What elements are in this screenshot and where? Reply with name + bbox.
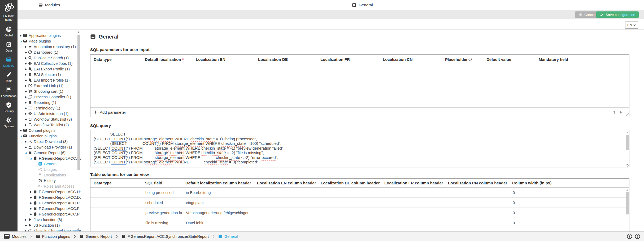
tree-scroll-down[interactable]: ▼ <box>77 227 80 231</box>
rail-item-data[interactable]: Data <box>0 41 18 52</box>
tree-expand-icon[interactable]: ▶ <box>24 224 28 227</box>
tab-general[interactable]: General <box>81 0 644 10</box>
tree-item-annotation-repository-1[interactable]: ▶Annotation repository (1) <box>18 44 81 49</box>
tree-expand-icon[interactable]: ▶ <box>24 96 28 98</box>
tree-item-js-function-1[interactable]: ▶JS Function (1) <box>18 222 81 228</box>
tree-item-dashboard-1[interactable]: ▶Dashboard (1) <box>18 49 81 55</box>
columns-scrollbar-thumb[interactable] <box>626 192 629 214</box>
tree-item-usages[interactable]: Usages <box>18 167 81 172</box>
tree-expand-icon[interactable]: ▶ <box>24 140 28 143</box>
tree-item-roles-and-access[interactable]: Roles and Access <box>18 183 81 189</box>
tree-expand-icon[interactable]: ▶ <box>24 118 28 121</box>
rail-item-modules[interactable]: Modules <box>0 57 18 67</box>
tree-expand-icon[interactable]: ▶ <box>24 45 28 48</box>
tree-item-f-genericreport-acc-do[interactable]: ▶F.GenericReport.ACC.Do... <box>18 195 81 200</box>
cancel-button[interactable]: Cancel <box>575 11 599 18</box>
tree-expand-icon[interactable]: ▶ <box>24 62 28 65</box>
table-row[interactable]: preview generation fa...Vorschaugenerier… <box>90 208 629 218</box>
tree-expand-icon[interactable]: ▶ <box>24 84 28 87</box>
tree-item-generic-report-6[interactable]: ◢Generic Report (6) <box>18 150 81 155</box>
tree-item-eai-import-profile-1[interactable]: ▶EAI Import Profile (1) <box>18 77 81 83</box>
tree-item-reporting-1[interactable]: ▶Reporting (1) <box>18 100 81 105</box>
sql-query-editor[interactable]: SELECT(SELECT COUNT(*) FROM storage_elem… <box>90 130 629 167</box>
tree-expand-icon[interactable]: ◢ <box>19 40 23 43</box>
breadcrumb-general[interactable]: General <box>218 234 238 239</box>
breadcrumb-modules[interactable]: Modules <box>3 233 27 240</box>
tree-expand-icon[interactable]: ▶ <box>24 51 28 54</box>
tree-expand-icon[interactable]: ▶ <box>29 213 33 215</box>
tree-expand-icon[interactable]: ▶ <box>24 101 28 104</box>
tree-item-eai-collective-jobs-1[interactable]: ▶EAI Collective Jobs (1) <box>18 61 81 66</box>
tree-item-workflow-statuslist-3[interactable]: ▶Workflow Statuslist (3) <box>18 116 81 122</box>
tree-item-history[interactable]: History <box>18 178 81 183</box>
tree-item-f-genericreport-acc-pl[interactable]: ▶F.GenericReport.ACC.Pl... <box>18 206 81 211</box>
tree-expand-icon[interactable]: ▶ <box>24 218 28 221</box>
tree-item-duplicate-search-1[interactable]: ▶Duplicate Search (1) <box>18 55 81 61</box>
tree-item-ui-administration-1[interactable]: ▶UI Administration (1) <box>18 111 81 116</box>
sql-scroll-up[interactable]: ▲ <box>625 131 629 134</box>
tree-expand-icon[interactable]: ▶ <box>19 129 23 132</box>
tree-expand-icon[interactable]: ◢ <box>29 157 33 160</box>
language-select[interactable]: EN <box>625 22 638 29</box>
tree-item-terminology-1[interactable]: ▶Terminology (1) <box>18 105 81 111</box>
table-row[interactable]: scheduledeingeplant0 <box>90 198 629 208</box>
tree-item-f-genericreport-acc-syn[interactable]: ◢F.GenericReport.ACC.Syn.. <box>18 155 81 161</box>
tree-item-page-plugins[interactable]: ◢Page plugins <box>18 38 81 44</box>
tree-item-external-link-11[interactable]: ▶External Link (11) <box>18 83 81 88</box>
rail-item-localization[interactable]: Localization <box>0 87 18 98</box>
tab-modules[interactable]: Modules <box>18 0 81 10</box>
tree-expand-icon[interactable]: ▶ <box>24 112 28 115</box>
tree-item-f-genericreport-acc-pl[interactable]: ▶F.GenericReport.ACC.Pl... <box>18 200 81 206</box>
tree-expand-icon[interactable]: ▶ <box>24 79 28 82</box>
tree-expand-icon[interactable]: ▶ <box>24 124 28 126</box>
tree-expand-icon[interactable]: ▶ <box>24 146 28 149</box>
tree-item-shopping-cart-1[interactable]: ▶Shopping cart (1) <box>18 88 81 94</box>
rail-item-tools[interactable]: Tools <box>0 72 18 82</box>
rail-item-system[interactable]: System <box>0 117 18 128</box>
tree-expand-icon[interactable]: ▶ <box>29 191 33 193</box>
breadcrumb-function-plugins[interactable]: Function plugins <box>36 234 70 239</box>
tree-expand-icon[interactable]: ▶ <box>24 73 28 76</box>
move-down-icon[interactable] <box>619 110 623 114</box>
tree-scroll-up[interactable]: ▲ <box>77 30 80 34</box>
tree-expand-icon[interactable]: ▶ <box>29 207 33 210</box>
breadcrumb-generic-report[interactable]: Generic Report <box>80 234 112 239</box>
rail-item-global[interactable]: Global <box>0 26 18 37</box>
rail-item-security[interactable]: Security <box>0 102 18 113</box>
move-up-icon[interactable] <box>612 110 616 114</box>
add-parameter-button[interactable]: Add parameter <box>94 110 126 115</box>
tree-expand-icon[interactable]: ◢ <box>19 134 23 137</box>
tree-item-eai-export-profile-1[interactable]: ▶EAI Export Profile (1) <box>18 66 81 72</box>
table-row[interactable]: file is missingDatei fehlt0 <box>90 218 629 228</box>
tree-item-workflow-tasklist-2[interactable]: ▶Workflow Tasklist (2) <box>18 122 81 128</box>
tree-item-java-function-8[interactable]: ▶Java function (8) <box>18 217 81 222</box>
tree-item-show-in-channel-navigation-1[interactable]: ▶Show in Channel Navigation (1 <box>18 228 81 232</box>
save-configuration-button[interactable]: Save configuration <box>596 11 639 18</box>
info-icon[interactable] <box>627 234 632 239</box>
tree-expand-icon[interactable]: ▶ <box>19 34 23 37</box>
tree-item-direct-download-3[interactable]: ▶Direct Download (3) <box>18 139 81 144</box>
tree-item-process-controller-1[interactable]: ▶Process Controller (1) <box>18 94 81 100</box>
tree-item-eai-selector-1[interactable]: ▶aEAI Selector (1) <box>18 72 81 77</box>
tree-item-download-provider-1[interactable]: ▶Download Provider (1) <box>18 144 81 150</box>
tree-item-f-genericreport-acc-pl[interactable]: ▶F.GenericReport.ACC.Pl... <box>18 211 81 217</box>
tree-expand-icon[interactable]: ▶ <box>29 196 33 199</box>
tree-item-function-plugins[interactable]: ◢Function plugins <box>18 133 81 139</box>
tree-expand-icon[interactable]: ▶ <box>24 68 28 70</box>
sql-scrollbar-thumb[interactable] <box>626 135 629 150</box>
tree-item-general[interactable]: General <box>18 161 81 167</box>
columns-scroll-up[interactable]: ▲ <box>625 188 629 192</box>
tree-expand-icon[interactable]: ▶ <box>24 57 28 59</box>
tree-expand-icon[interactable]: ▶ <box>29 202 33 204</box>
tree-item-application-plugins[interactable]: ▶Application plugins <box>18 33 81 38</box>
tree-expand-icon[interactable]: ▶ <box>24 107 28 109</box>
breadcrumb-f-genericreport-acc-synchronizerstaterep[interactable]: F.GenericReport.ACC.SynchronizerStateRep… <box>121 234 209 239</box>
tree-item-localizations[interactable]: Localizations <box>18 172 81 178</box>
table-row[interactable]: being processedin Bearbeitung0 <box>90 188 629 198</box>
tree-expand-icon[interactable]: ▶ <box>24 90 28 93</box>
help-icon[interactable]: ? <box>635 234 640 239</box>
tree-scrollbar-thumb[interactable] <box>77 35 80 170</box>
fly-back-home-button[interactable]: Fly back home <box>0 0 18 22</box>
tree-expand-icon[interactable]: ◢ <box>24 151 28 154</box>
tree-item-f-genericreport-acc-us[interactable]: ▶F.GenericReport.ACC.Us... <box>18 189 81 195</box>
